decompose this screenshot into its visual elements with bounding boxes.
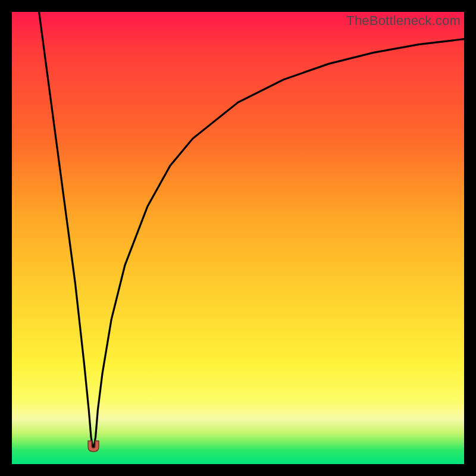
plot-area: TheBottleneck.com bbox=[12, 12, 464, 464]
watermark-text: TheBottleneck.com bbox=[346, 13, 461, 29]
bottleneck-curve bbox=[12, 12, 464, 464]
u-shape bbox=[88, 441, 99, 452]
chart-frame: TheBottleneck.com bbox=[0, 0, 476, 476]
min-marker-icon bbox=[86, 440, 101, 453]
curve-path bbox=[39, 12, 464, 450]
